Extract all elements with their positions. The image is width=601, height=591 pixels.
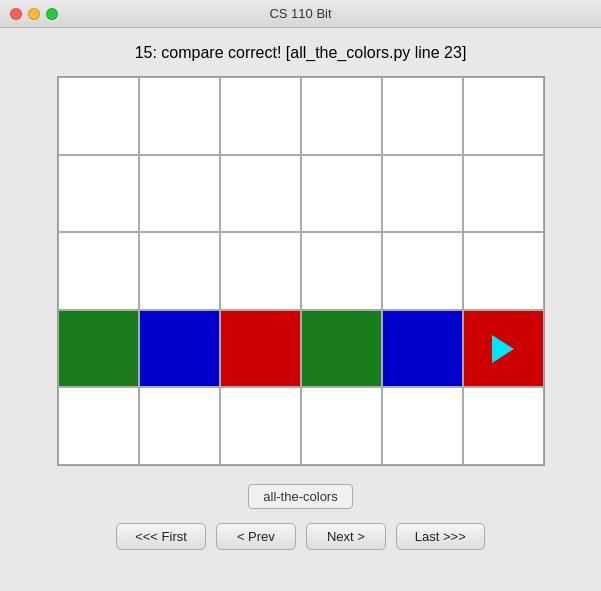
cell-r4c2 bbox=[139, 310, 220, 388]
cell-r4c6 bbox=[463, 310, 544, 388]
cell-r3c2 bbox=[139, 232, 220, 310]
play-arrow-icon bbox=[492, 335, 514, 363]
last-button[interactable]: Last >>> bbox=[396, 523, 485, 550]
cell-r5c6 bbox=[463, 387, 544, 465]
color-grid bbox=[57, 76, 545, 466]
cell-r4c1 bbox=[58, 310, 139, 388]
label-button[interactable]: all-the-colors bbox=[248, 484, 352, 509]
cell-r3c3 bbox=[220, 232, 301, 310]
cell-r5c4 bbox=[301, 387, 382, 465]
window-title: CS 110 Bit bbox=[269, 6, 331, 21]
maximize-button[interactable] bbox=[46, 8, 58, 20]
cell-r5c3 bbox=[220, 387, 301, 465]
cell-r4c4 bbox=[301, 310, 382, 388]
page-title: 15: compare correct! [all_the_colors.py … bbox=[135, 44, 467, 62]
cell-r1c1 bbox=[58, 77, 139, 155]
cell-r2c1 bbox=[58, 155, 139, 233]
cell-r1c3 bbox=[220, 77, 301, 155]
cell-r3c5 bbox=[382, 232, 463, 310]
main-content: 15: compare correct! [all_the_colors.py … bbox=[0, 28, 601, 591]
cell-r3c6 bbox=[463, 232, 544, 310]
cell-r3c1 bbox=[58, 232, 139, 310]
cell-r1c5 bbox=[382, 77, 463, 155]
prev-button[interactable]: < Prev bbox=[216, 523, 296, 550]
cell-r2c6 bbox=[463, 155, 544, 233]
cell-r4c5 bbox=[382, 310, 463, 388]
first-button[interactable]: <<< First bbox=[116, 523, 206, 550]
close-button[interactable] bbox=[10, 8, 22, 20]
cell-r5c1 bbox=[58, 387, 139, 465]
cell-r4c3 bbox=[220, 310, 301, 388]
cell-r1c2 bbox=[139, 77, 220, 155]
cell-r1c6 bbox=[463, 77, 544, 155]
minimize-button[interactable] bbox=[28, 8, 40, 20]
cell-r1c4 bbox=[301, 77, 382, 155]
titlebar: CS 110 Bit bbox=[0, 0, 601, 28]
cell-r5c2 bbox=[139, 387, 220, 465]
cell-r2c5 bbox=[382, 155, 463, 233]
cell-r2c3 bbox=[220, 155, 301, 233]
traffic-lights bbox=[10, 8, 58, 20]
cell-r3c4 bbox=[301, 232, 382, 310]
cell-r5c5 bbox=[382, 387, 463, 465]
cell-r2c2 bbox=[139, 155, 220, 233]
next-button[interactable]: Next > bbox=[306, 523, 386, 550]
navigation-row: <<< First < Prev Next > Last >>> bbox=[116, 523, 485, 550]
cell-r2c4 bbox=[301, 155, 382, 233]
